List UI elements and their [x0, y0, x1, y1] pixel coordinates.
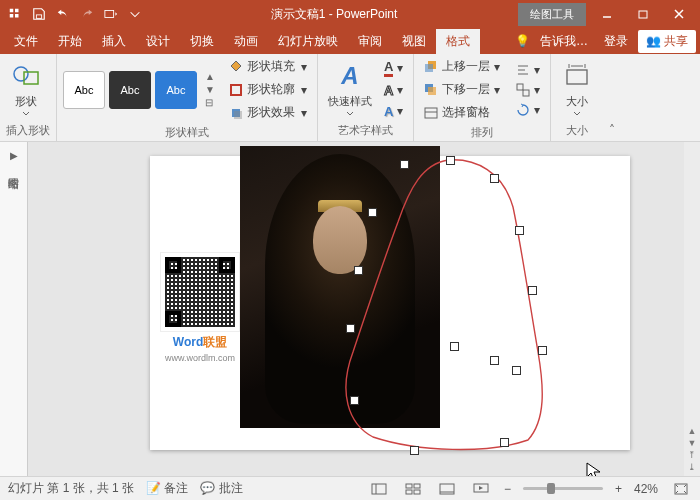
- edit-point-handle[interactable]: [490, 356, 499, 365]
- tab-format[interactable]: 格式: [436, 29, 480, 54]
- svg-rect-10: [231, 85, 241, 95]
- document-title: 演示文稿1 - PowerPoint: [150, 6, 518, 23]
- shape-style-preset-3[interactable]: Abc: [155, 71, 197, 109]
- chevron-down-icon: [346, 111, 354, 117]
- slide-sorter-view-icon[interactable]: [402, 480, 424, 498]
- expand-thumbnails-icon[interactable]: ▶: [10, 150, 18, 161]
- restore-button[interactable]: [626, 0, 660, 28]
- svg-rect-24: [567, 70, 587, 84]
- collapse-ribbon-icon[interactable]: ˄: [609, 123, 615, 137]
- sign-in-link[interactable]: 登录: [598, 33, 634, 50]
- edit-point-handle[interactable]: [500, 438, 509, 447]
- gallery-expand-icon[interactable]: ⊟: [205, 97, 215, 108]
- comments-button[interactable]: 💬 批注: [200, 480, 242, 497]
- slide-image[interactable]: [240, 146, 440, 428]
- undo-icon[interactable]: [52, 3, 74, 25]
- svg-rect-23: [523, 90, 529, 96]
- ribbon-group-size: 大小 大小: [551, 54, 603, 141]
- ribbon-group-insert-shape: 形状 插入形状: [0, 54, 57, 141]
- edit-point-handle[interactable]: [515, 226, 524, 235]
- edit-point-handle[interactable]: [528, 286, 537, 295]
- shape-outline-button[interactable]: 形状轮廓▾: [225, 79, 311, 100]
- fit-to-window-icon[interactable]: [670, 480, 692, 498]
- text-effects-button[interactable]: A▾: [380, 102, 407, 121]
- tab-file[interactable]: 文件: [4, 29, 48, 54]
- edit-point-handle[interactable]: [400, 160, 409, 169]
- scroll-down-icon[interactable]: ▼: [688, 438, 697, 448]
- title-bar: 演示文稿1 - PowerPoint 绘图工具: [0, 0, 700, 28]
- svg-rect-29: [406, 490, 412, 494]
- svg-rect-12: [234, 111, 242, 119]
- qat-customize-icon[interactable]: [124, 3, 146, 25]
- tab-slideshow[interactable]: 幻灯片放映: [268, 29, 348, 54]
- zoom-percentage[interactable]: 42%: [634, 482, 658, 496]
- shape-style-preset-2[interactable]: Abc: [109, 71, 151, 109]
- edit-point-handle[interactable]: [346, 324, 355, 333]
- slideshow-view-icon[interactable]: [470, 480, 492, 498]
- text-outline-button[interactable]: A▾: [380, 81, 407, 100]
- svg-rect-22: [517, 84, 523, 90]
- edit-point-handle[interactable]: [350, 396, 359, 405]
- app-icon[interactable]: [4, 3, 26, 25]
- tell-me-search[interactable]: 告诉我…: [534, 33, 594, 50]
- shape-fill-button[interactable]: 形状填充▾: [225, 56, 311, 77]
- shapes-gallery-button[interactable]: 形状: [6, 56, 46, 121]
- gallery-more-icon[interactable]: ▲: [205, 71, 215, 82]
- text-fill-button[interactable]: A▾: [380, 57, 407, 79]
- edit-point-handle[interactable]: [450, 342, 459, 351]
- tab-insert[interactable]: 插入: [92, 29, 136, 54]
- align-button[interactable]: ▾: [512, 61, 544, 79]
- shape-effects-button[interactable]: 形状效果▾: [225, 102, 311, 123]
- workspace: ▶ 缩略图 Word联盟 www.wordlm.com: [0, 142, 700, 476]
- next-slide-icon[interactable]: ⤓: [688, 462, 696, 472]
- svg-rect-0: [10, 9, 14, 13]
- svg-point-8: [14, 67, 28, 81]
- edit-point-handle[interactable]: [538, 346, 547, 355]
- shape-style-preset-1[interactable]: Abc: [63, 71, 105, 109]
- edit-point-handle[interactable]: [490, 174, 499, 183]
- edit-point-handle[interactable]: [410, 446, 419, 455]
- zoom-slider[interactable]: [523, 487, 603, 490]
- slide[interactable]: Word联盟 www.wordlm.com: [150, 156, 630, 450]
- prev-slide-icon[interactable]: ⤒: [688, 450, 696, 460]
- zoom-in-button[interactable]: +: [615, 482, 622, 496]
- tab-design[interactable]: 设计: [136, 29, 180, 54]
- size-button[interactable]: 大小: [557, 56, 597, 121]
- chevron-down-icon: [22, 111, 30, 117]
- edit-point-handle[interactable]: [446, 156, 455, 165]
- selection-pane-button[interactable]: 选择窗格: [420, 102, 504, 123]
- ribbon-group-arrange: 上移一层▾ 下移一层▾ 选择窗格 ▾ ▾ ▾ 排列: [414, 54, 551, 141]
- save-icon[interactable]: [28, 3, 50, 25]
- share-button[interactable]: 👥 共享: [638, 30, 696, 53]
- ribbon-tabs: 文件 开始 插入 设计 切换 动画 幻灯片放映 审阅 视图 格式 💡 告诉我… …: [0, 28, 700, 54]
- bring-forward-button[interactable]: 上移一层▾: [420, 56, 504, 77]
- qr-brand-label: Word联盟: [173, 334, 227, 351]
- edit-point-handle[interactable]: [354, 266, 363, 275]
- tab-transitions[interactable]: 切换: [180, 29, 224, 54]
- zoom-out-button[interactable]: −: [504, 482, 511, 496]
- reading-view-icon[interactable]: [436, 480, 458, 498]
- svg-rect-7: [639, 11, 647, 18]
- slide-canvas-area[interactable]: Word联盟 www.wordlm.com: [28, 142, 700, 476]
- share-icon: 👥: [646, 34, 661, 48]
- start-from-beginning-icon[interactable]: [100, 3, 122, 25]
- tab-review[interactable]: 审阅: [348, 29, 392, 54]
- notes-button[interactable]: 📝 备注: [146, 480, 188, 497]
- normal-view-icon[interactable]: [368, 480, 390, 498]
- tab-view[interactable]: 视图: [392, 29, 436, 54]
- tab-animations[interactable]: 动画: [224, 29, 268, 54]
- vertical-scrollbar[interactable]: ▲ ▼ ⤒ ⤓: [684, 142, 700, 476]
- edit-point-handle[interactable]: [512, 366, 521, 375]
- svg-rect-3: [15, 14, 19, 18]
- quick-styles-button[interactable]: A 快速样式: [324, 56, 376, 121]
- group-button[interactable]: ▾: [512, 81, 544, 99]
- rotate-button[interactable]: ▾: [512, 101, 544, 119]
- gallery-more-icon[interactable]: ▼: [205, 84, 215, 95]
- minimize-button[interactable]: [590, 0, 624, 28]
- close-button[interactable]: [662, 0, 696, 28]
- scroll-up-icon[interactable]: ▲: [688, 426, 697, 436]
- edit-point-handle[interactable]: [368, 208, 377, 217]
- redo-icon[interactable]: [76, 3, 98, 25]
- tab-home[interactable]: 开始: [48, 29, 92, 54]
- send-backward-button[interactable]: 下移一层▾: [420, 79, 504, 100]
